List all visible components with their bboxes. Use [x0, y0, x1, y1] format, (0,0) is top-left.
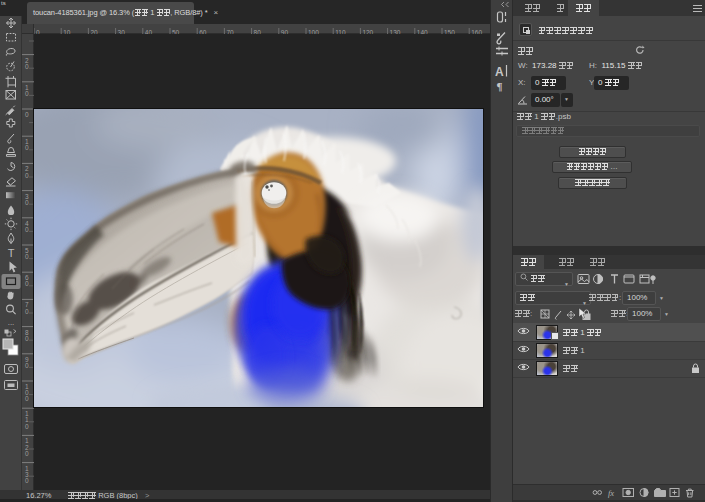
svg-text:0: 0 — [25, 423, 29, 430]
svg-text:0: 0 — [25, 63, 29, 70]
svg-text:0: 0 — [25, 199, 29, 206]
svg-text:fx: fx — [608, 488, 614, 498]
svg-text:A: A — [495, 65, 504, 79]
svg-text:0: 0 — [25, 362, 29, 369]
svg-text:0: 0 — [25, 395, 29, 402]
svg-text:0: 0 — [25, 144, 29, 151]
svg-text:...: ... — [8, 318, 15, 327]
svg-text:T: T — [8, 247, 15, 259]
svg-text:0: 0 — [25, 477, 29, 484]
svg-text:0: 0 — [25, 253, 29, 260]
svg-text:0: 0 — [25, 90, 29, 97]
svg-text:0: 0 — [25, 172, 29, 179]
svg-text:0: 0 — [25, 450, 29, 457]
svg-text:0: 0 — [25, 335, 29, 342]
svg-text:¶: ¶ — [497, 80, 503, 92]
svg-text:0: 0 — [25, 226, 29, 233]
svg-text:0: 0 — [25, 308, 29, 315]
svg-text:0: 0 — [25, 280, 29, 287]
svg-text:0: 0 — [25, 111, 29, 118]
